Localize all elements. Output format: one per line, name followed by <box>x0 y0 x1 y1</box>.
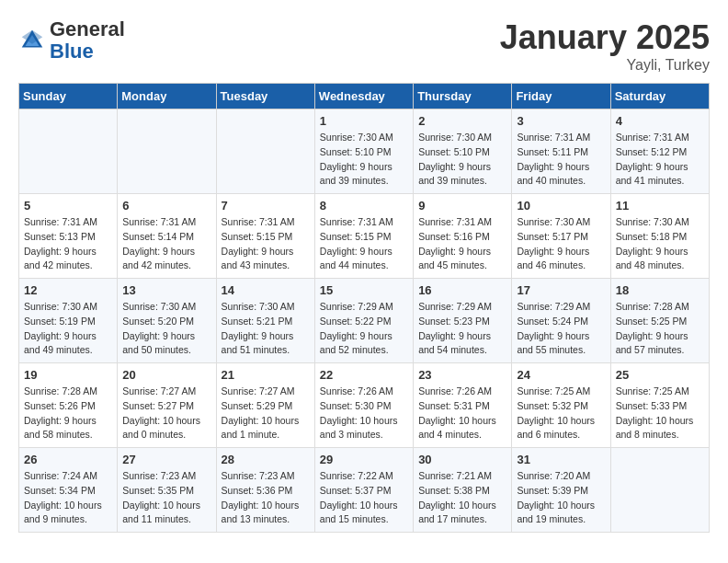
day-info: Sunrise: 7:29 AM Sunset: 5:24 PM Dayligh… <box>517 300 605 358</box>
day-number: 4 <box>616 114 704 128</box>
calendar-table: SundayMondayTuesdayWednesdayThursdayFrid… <box>18 83 710 533</box>
calendar-day-cell: 2Sunrise: 7:30 AM Sunset: 5:10 PM Daylig… <box>414 109 512 194</box>
day-number: 26 <box>24 453 112 466</box>
calendar-day-cell: 21Sunrise: 7:27 AM Sunset: 5:29 PM Dayli… <box>216 363 314 448</box>
calendar-day-cell: 27Sunrise: 7:23 AM Sunset: 5:35 PM Dayli… <box>118 448 216 533</box>
day-info: Sunrise: 7:25 AM Sunset: 5:32 PM Dayligh… <box>517 385 605 442</box>
day-number: 24 <box>517 368 605 382</box>
day-number: 22 <box>320 368 408 382</box>
day-info: Sunrise: 7:28 AM Sunset: 5:25 PM Dayligh… <box>616 300 704 358</box>
day-number: 25 <box>616 368 704 382</box>
day-info: Sunrise: 7:30 AM Sunset: 5:17 PM Dayligh… <box>517 215 605 273</box>
calendar-day-cell: 25Sunrise: 7:25 AM Sunset: 5:33 PM Dayli… <box>610 363 709 448</box>
day-number: 19 <box>24 368 112 382</box>
logo-blue-text: Blue <box>50 40 94 63</box>
day-info: Sunrise: 7:31 AM Sunset: 5:16 PM Dayligh… <box>418 215 506 273</box>
day-info: Sunrise: 7:31 AM Sunset: 5:12 PM Dayligh… <box>616 131 704 189</box>
calendar-day-cell: 14Sunrise: 7:30 AM Sunset: 5:21 PM Dayli… <box>216 279 314 363</box>
day-info: Sunrise: 7:30 AM Sunset: 5:10 PM Dayligh… <box>418 131 506 189</box>
calendar-week-row: 5Sunrise: 7:31 AM Sunset: 5:13 PM Daylig… <box>19 194 710 279</box>
day-number: 29 <box>320 453 408 466</box>
day-info: Sunrise: 7:26 AM Sunset: 5:31 PM Dayligh… <box>418 385 506 442</box>
page-header: General Blue January 2025 Yayli, Turkey <box>18 18 710 74</box>
svg-marker-2 <box>22 30 43 44</box>
calendar-day-cell: 26Sunrise: 7:24 AM Sunset: 5:34 PM Dayli… <box>19 448 118 533</box>
calendar-day-cell: 23Sunrise: 7:26 AM Sunset: 5:31 PM Dayli… <box>414 363 512 448</box>
day-number: 7 <box>222 199 310 213</box>
calendar-day-cell <box>216 109 314 194</box>
calendar-day-cell <box>19 109 118 194</box>
day-number: 23 <box>418 368 506 382</box>
calendar-day-cell: 6Sunrise: 7:31 AM Sunset: 5:14 PM Daylig… <box>118 194 216 279</box>
day-number: 13 <box>122 283 210 297</box>
day-info: Sunrise: 7:31 AM Sunset: 5:15 PM Dayligh… <box>320 215 408 273</box>
calendar-day-cell: 28Sunrise: 7:23 AM Sunset: 5:36 PM Dayli… <box>216 448 314 533</box>
day-info: Sunrise: 7:31 AM Sunset: 5:15 PM Dayligh… <box>222 215 310 273</box>
calendar-week-row: 19Sunrise: 7:28 AM Sunset: 5:26 PM Dayli… <box>19 363 710 448</box>
day-info: Sunrise: 7:24 AM Sunset: 5:34 PM Dayligh… <box>24 469 112 527</box>
weekday-header: Thursday <box>414 84 512 109</box>
day-number: 27 <box>122 453 210 466</box>
day-number: 17 <box>517 283 605 297</box>
day-number: 5 <box>24 199 112 213</box>
day-info: Sunrise: 7:21 AM Sunset: 5:38 PM Dayligh… <box>418 469 506 527</box>
weekday-header-row: SundayMondayTuesdayWednesdayThursdayFrid… <box>19 84 710 109</box>
day-info: Sunrise: 7:26 AM Sunset: 5:30 PM Dayligh… <box>320 385 408 442</box>
day-info: Sunrise: 7:27 AM Sunset: 5:27 PM Dayligh… <box>122 385 210 442</box>
day-info: Sunrise: 7:23 AM Sunset: 5:35 PM Dayligh… <box>122 469 210 527</box>
day-number: 31 <box>517 453 605 466</box>
day-number: 14 <box>222 283 310 297</box>
weekday-header: Monday <box>118 84 216 109</box>
day-number: 1 <box>320 114 408 128</box>
day-number: 30 <box>418 453 506 466</box>
day-number: 9 <box>418 199 506 213</box>
calendar-day-cell: 4Sunrise: 7:31 AM Sunset: 5:12 PM Daylig… <box>610 109 709 194</box>
calendar-day-cell: 13Sunrise: 7:30 AM Sunset: 5:20 PM Dayli… <box>118 279 216 363</box>
day-info: Sunrise: 7:30 AM Sunset: 5:10 PM Dayligh… <box>320 131 408 189</box>
day-info: Sunrise: 7:31 AM Sunset: 5:11 PM Dayligh… <box>517 131 605 189</box>
weekday-header: Saturday <box>610 84 709 109</box>
weekday-header: Friday <box>512 84 610 109</box>
weekday-header: Sunday <box>19 84 118 109</box>
day-info: Sunrise: 7:27 AM Sunset: 5:29 PM Dayligh… <box>222 385 310 442</box>
calendar-day-cell: 1Sunrise: 7:30 AM Sunset: 5:10 PM Daylig… <box>314 109 413 194</box>
day-info: Sunrise: 7:28 AM Sunset: 5:26 PM Dayligh… <box>24 385 112 442</box>
calendar-day-cell: 30Sunrise: 7:21 AM Sunset: 5:38 PM Dayli… <box>414 448 512 533</box>
day-number: 2 <box>418 114 506 128</box>
weekday-header: Tuesday <box>216 84 314 109</box>
day-info: Sunrise: 7:30 AM Sunset: 5:18 PM Dayligh… <box>616 215 704 273</box>
calendar-week-row: 12Sunrise: 7:30 AM Sunset: 5:19 PM Dayli… <box>19 279 710 363</box>
calendar-day-cell: 5Sunrise: 7:31 AM Sunset: 5:13 PM Daylig… <box>19 194 118 279</box>
day-number: 16 <box>418 283 506 297</box>
calendar-day-cell: 12Sunrise: 7:30 AM Sunset: 5:19 PM Dayli… <box>19 279 118 363</box>
calendar-day-cell <box>118 109 216 194</box>
day-info: Sunrise: 7:31 AM Sunset: 5:13 PM Dayligh… <box>24 215 112 273</box>
calendar-day-cell: 18Sunrise: 7:28 AM Sunset: 5:25 PM Dayli… <box>610 279 709 363</box>
calendar-day-cell: 10Sunrise: 7:30 AM Sunset: 5:17 PM Dayli… <box>512 194 610 279</box>
calendar-day-cell: 17Sunrise: 7:29 AM Sunset: 5:24 PM Dayli… <box>512 279 610 363</box>
day-number: 6 <box>122 199 210 213</box>
month-title: January 2025 <box>500 18 710 57</box>
day-number: 20 <box>122 368 210 382</box>
day-info: Sunrise: 7:20 AM Sunset: 5:39 PM Dayligh… <box>517 469 605 527</box>
calendar-day-cell: 15Sunrise: 7:29 AM Sunset: 5:22 PM Dayli… <box>314 279 413 363</box>
calendar-day-cell: 3Sunrise: 7:31 AM Sunset: 5:11 PM Daylig… <box>512 109 610 194</box>
calendar-week-row: 1Sunrise: 7:30 AM Sunset: 5:10 PM Daylig… <box>19 109 710 194</box>
calendar-day-cell: 11Sunrise: 7:30 AM Sunset: 5:18 PM Dayli… <box>610 194 709 279</box>
day-number: 11 <box>616 199 704 213</box>
calendar-day-cell: 29Sunrise: 7:22 AM Sunset: 5:37 PM Dayli… <box>314 448 413 533</box>
day-info: Sunrise: 7:29 AM Sunset: 5:22 PM Dayligh… <box>320 300 408 358</box>
day-number: 3 <box>517 114 605 128</box>
day-number: 10 <box>517 199 605 213</box>
calendar-day-cell <box>610 448 709 533</box>
calendar-week-row: 26Sunrise: 7:24 AM Sunset: 5:34 PM Dayli… <box>19 448 710 533</box>
location-text: Yayli, Turkey <box>500 57 710 74</box>
calendar-day-cell: 9Sunrise: 7:31 AM Sunset: 5:16 PM Daylig… <box>414 194 512 279</box>
title-block: January 2025 Yayli, Turkey <box>500 18 710 74</box>
day-info: Sunrise: 7:30 AM Sunset: 5:20 PM Dayligh… <box>122 300 210 358</box>
calendar-day-cell: 16Sunrise: 7:29 AM Sunset: 5:23 PM Dayli… <box>414 279 512 363</box>
logo-icon <box>18 27 46 54</box>
day-info: Sunrise: 7:30 AM Sunset: 5:19 PM Dayligh… <box>24 300 112 358</box>
day-number: 18 <box>616 283 704 297</box>
weekday-header: Wednesday <box>314 84 413 109</box>
